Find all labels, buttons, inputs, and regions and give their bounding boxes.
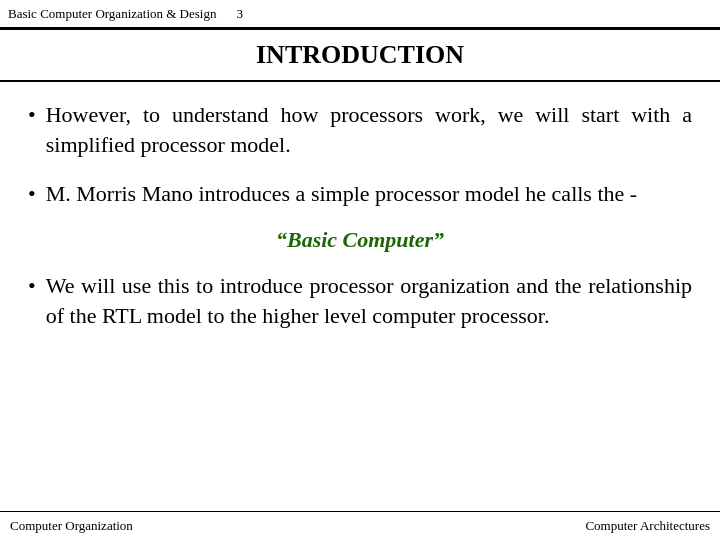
bullet-text-2: M. Morris Mano introduces a simple proce… [46, 179, 637, 209]
course-title: Basic Computer Organization & Design [8, 6, 216, 22]
page-number: 3 [236, 6, 243, 22]
footer-right: Computer Architectures [585, 518, 710, 534]
bullet-symbol-3: • [28, 273, 36, 299]
footer-left: Computer Organization [10, 518, 133, 534]
highlighted-text-container: “Basic Computer” [28, 227, 692, 253]
basic-computer-highlight: “Basic Computer” [276, 227, 444, 252]
bullet-text-3: We will use this to introduce processor … [46, 271, 692, 332]
bullet-text-1: However, to understand how processors wo… [46, 100, 692, 161]
bullet-item-2: • M. Morris Mano introduces a simple pro… [28, 179, 692, 209]
top-bar: Basic Computer Organization & Design 3 [0, 0, 720, 28]
bullet-symbol-1: • [28, 102, 36, 128]
bullet-item-3: • We will use this to introduce processo… [28, 271, 692, 332]
section-header: INTRODUCTION [0, 28, 720, 82]
bullet-symbol-2: • [28, 181, 36, 207]
content-area: • However, to understand how processors … [0, 82, 720, 360]
footer: Computer Organization Computer Architect… [0, 511, 720, 540]
bullet-item-1: • However, to understand how processors … [28, 100, 692, 161]
